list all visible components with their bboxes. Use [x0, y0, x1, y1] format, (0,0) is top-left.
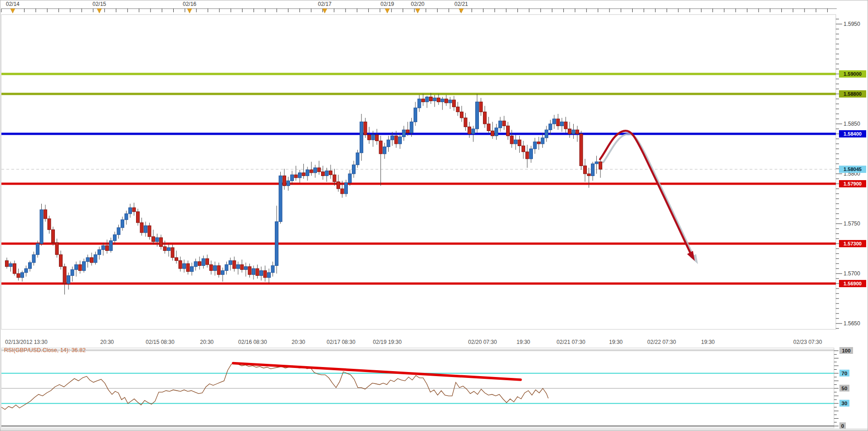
candle-up — [360, 122, 363, 153]
candle-down — [556, 119, 560, 126]
candle-down — [171, 248, 174, 258]
rsi-level-badge-text: 100 — [842, 348, 850, 353]
candle-down — [137, 212, 140, 223]
candle-down — [17, 274, 20, 278]
candle-down — [59, 255, 63, 266]
candle-up — [279, 176, 282, 221]
top-date-label: 02/16 — [183, 1, 196, 7]
candle-down — [263, 270, 267, 277]
candle-down — [322, 172, 325, 176]
candle-up — [21, 273, 24, 278]
candle-up — [102, 245, 105, 250]
candle-down — [468, 127, 471, 134]
level-1.56900-badge-text: 1.56900 — [844, 281, 862, 286]
price-chart-canvas[interactable]: 02/1402/1502/1602/1702/1902/2002/211.595… — [0, 0, 868, 431]
candle-up — [387, 140, 390, 147]
candle-down — [568, 129, 571, 134]
price-tick-label: 1.5700 — [844, 270, 860, 277]
candle-up — [433, 98, 436, 101]
candle-down — [317, 168, 321, 172]
candle-up — [514, 140, 517, 144]
candle-down — [55, 243, 59, 255]
candle-down — [152, 237, 155, 242]
time-label: 20:30 — [292, 339, 305, 345]
candle-up — [98, 250, 101, 255]
candle-up — [86, 258, 89, 262]
candle-down — [106, 245, 109, 250]
candle-up — [287, 181, 290, 186]
candle-up — [244, 267, 248, 270]
candle-up — [183, 264, 186, 269]
candle-up — [24, 269, 28, 273]
candle-up — [117, 228, 120, 235]
candle-down — [337, 182, 340, 189]
candle-up — [113, 235, 117, 240]
candle-down — [487, 124, 490, 131]
candle-up — [40, 210, 43, 244]
top-date-label: 02/19 — [380, 1, 394, 7]
candle-down — [341, 189, 344, 194]
top-date-label: 02/21 — [454, 1, 468, 7]
time-label: 02/15 08:30 — [146, 339, 175, 345]
candle-up — [237, 264, 240, 269]
candle-up — [476, 102, 479, 129]
candle-down — [163, 247, 166, 251]
chart-window: 02/1402/1502/1602/1702/1902/2002/211.595… — [0, 0, 868, 431]
candle-down — [375, 135, 379, 141]
candle-up — [348, 174, 351, 183]
candle-up — [260, 270, 263, 275]
candle-down — [140, 223, 143, 233]
candle-down — [233, 260, 236, 269]
price-tick-label: 1.5750 — [844, 220, 860, 227]
candle-down — [329, 171, 332, 175]
candle-up — [29, 263, 32, 269]
candle-up — [121, 220, 124, 228]
candle-down — [240, 264, 244, 269]
candle-down — [310, 170, 313, 173]
candle-up — [414, 108, 417, 122]
time-label: 02/20 07:30 — [468, 339, 497, 345]
candle-up — [9, 264, 12, 267]
level-1.57900-badge-text: 1.57900 — [844, 181, 862, 186]
rsi-level-badge-text: 50 — [842, 386, 848, 391]
candle-up — [83, 262, 86, 271]
candle-down — [52, 230, 55, 243]
candle-up — [252, 269, 255, 274]
candle-down — [580, 134, 583, 166]
candle-down — [491, 131, 494, 136]
candle-up — [75, 264, 78, 269]
candle-down — [302, 173, 305, 176]
candle-up — [553, 119, 556, 124]
candle-down — [63, 267, 66, 284]
candle-down — [148, 225, 151, 236]
candle-down — [175, 258, 178, 261]
candle-up — [190, 267, 194, 272]
candle-down — [294, 175, 297, 178]
candle-up — [410, 122, 413, 133]
rsi-indicator-label: RSI(GBP/USD.Close, 14): 36.82 — [4, 347, 86, 353]
candle-down — [456, 107, 459, 112]
candle-up — [533, 142, 536, 149]
candle-down — [44, 210, 47, 219]
candle-down — [395, 136, 398, 144]
candle-down — [587, 174, 590, 176]
candle-down — [522, 146, 525, 152]
candle-up — [214, 265, 217, 270]
candle-up — [67, 275, 70, 284]
candle-down — [206, 259, 209, 264]
time-label: 02/21 07:30 — [556, 339, 585, 345]
bottom-scroll-strip[interactable] — [0, 429, 868, 431]
current-price-badge-text: 1.58045 — [844, 167, 862, 172]
level-1.58400-badge-text: 1.58400 — [844, 131, 862, 137]
candle-up — [545, 130, 548, 138]
candle-down — [429, 97, 433, 101]
top-date-label: 02/14 — [6, 1, 20, 7]
candle-down — [256, 269, 259, 275]
rsi-level-badge-text: 30 — [842, 401, 848, 406]
candle-up — [291, 175, 294, 181]
candle-down — [90, 258, 93, 263]
candle-down — [179, 260, 182, 269]
candle-down — [368, 135, 371, 140]
candle-down — [160, 238, 163, 247]
candle-up — [36, 244, 39, 255]
